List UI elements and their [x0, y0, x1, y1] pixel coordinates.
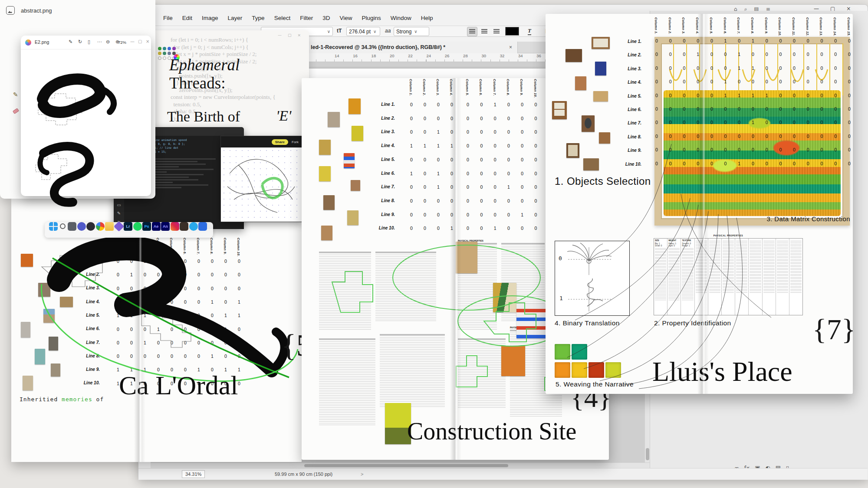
- anti-alias-icon: aa: [385, 28, 391, 34]
- taskbar-app-icon[interactable]: [171, 222, 179, 231]
- status-chevron-icon[interactable]: >: [361, 472, 363, 477]
- font-size-field[interactable]: 276.04 pt∨: [346, 27, 380, 36]
- close-icon[interactable]: ×: [298, 33, 301, 37]
- zoom-out-icon[interactable]: ⊖: [106, 39, 110, 45]
- taskbar-app-icon[interactable]: [113, 221, 124, 232]
- matrix-value: 0: [710, 79, 713, 84]
- minimize-icon[interactable]: —: [278, 33, 282, 37]
- menu-item[interactable]: Type: [247, 13, 269, 23]
- menu-item[interactable]: Select: [270, 13, 296, 23]
- taskbar-app-icon[interactable]: [96, 222, 105, 231]
- matrix-value: 0: [467, 171, 469, 176]
- matrix-value: 0: [655, 120, 658, 125]
- matrix-value: 0: [450, 129, 453, 134]
- micro-table: [375, 252, 436, 321]
- menu-item[interactable]: Window: [386, 13, 416, 23]
- eraser-icon[interactable]: [13, 108, 19, 114]
- line-label: Line 9.: [628, 148, 641, 153]
- matrix-value: 0: [450, 198, 453, 203]
- align-center-button[interactable]: [479, 27, 490, 36]
- menu-item[interactable]: Plugins: [357, 13, 385, 23]
- menu-item[interactable]: Edit: [178, 13, 197, 23]
- matrix-value: 0: [710, 134, 713, 139]
- line-label: Line 3.: [628, 66, 641, 71]
- taskbar-app-icon[interactable]: Lr: [124, 222, 132, 231]
- scrollbar-thumb[interactable]: [646, 448, 649, 460]
- align-left-button[interactable]: [467, 27, 477, 36]
- marquee-tool-icon[interactable]: ▭: [117, 203, 121, 207]
- menu-item[interactable]: 3D: [318, 13, 335, 23]
- matrix-value: 0: [766, 52, 768, 57]
- matrix-value: 0: [467, 143, 469, 148]
- pencil-icon[interactable]: ✎: [13, 91, 19, 98]
- scrollbar-thumb[interactable]: [304, 464, 508, 467]
- photo-thumbnail-frames: [552, 101, 567, 119]
- close-icon[interactable]: ×: [146, 39, 149, 44]
- taskbar-app-icon[interactable]: [86, 222, 95, 231]
- taskbar-app-icon[interactable]: [77, 222, 86, 231]
- matrix-value: 1: [437, 129, 440, 134]
- rotate-icon[interactable]: ↻: [78, 39, 82, 45]
- menu-item[interactable]: Image: [197, 13, 223, 23]
- delete-icon[interactable]: ▯: [88, 39, 90, 45]
- ephemeral-threads-page: for (let i = 0; i < numRows; i++) { for …: [151, 30, 309, 137]
- matrix-value: 0: [834, 66, 837, 71]
- matrix-value: 0: [410, 157, 413, 162]
- pen-tool-icon[interactable]: ✎: [117, 211, 121, 216]
- tab-close-icon[interactable]: ×: [509, 44, 512, 50]
- anti-alias-dropdown[interactable]: Strong∨: [394, 27, 429, 36]
- matrix-value: 0: [738, 134, 740, 139]
- more-icon[interactable]: ⋯: [97, 39, 102, 45]
- matrix-value: 0: [669, 134, 672, 139]
- scribble-curves: [221, 147, 302, 222]
- menu-item[interactable]: Filter: [295, 13, 318, 23]
- matrix-value: 0: [834, 79, 837, 84]
- taskbar-app-icon[interactable]: [49, 222, 58, 231]
- photo-thumbnail-postcard: [592, 37, 610, 49]
- photo-thumbnail-figures: [583, 158, 599, 170]
- align-right-button[interactable]: [491, 27, 502, 36]
- zoom-level-field[interactable]: 34.31%: [182, 470, 205, 478]
- taskbar-app-icon[interactable]: [198, 222, 207, 231]
- matrix-value: 0: [793, 52, 796, 57]
- taskbar-app-icon[interactable]: [180, 222, 188, 231]
- taskbar-app-icon[interactable]: [189, 222, 198, 231]
- matrix-value: 0: [494, 116, 496, 121]
- matrix-value: 0: [410, 129, 413, 134]
- yarn-swatch: [572, 362, 587, 378]
- taskbar-app-icon[interactable]: [105, 222, 114, 231]
- taskbar-app-icon[interactable]: An: [161, 222, 170, 231]
- edit-icon[interactable]: ✎: [69, 39, 72, 45]
- column-label: Column 2.: [422, 79, 426, 102]
- menu-item[interactable]: View: [335, 13, 357, 23]
- menu-item[interactable]: Layer: [223, 13, 247, 23]
- share-button[interactable]: Share: [272, 139, 288, 145]
- taskbar-app-icon[interactable]: Ps: [142, 222, 151, 231]
- menu-item[interactable]: Help: [416, 13, 438, 23]
- taskbar-app-icon[interactable]: Ae: [152, 222, 161, 231]
- matrix-value: 0: [467, 212, 469, 217]
- horizontal-scrollbar[interactable]: [151, 462, 650, 468]
- matrix-value: 0: [521, 198, 523, 203]
- column-label: Column 1.: [654, 17, 658, 40]
- line-label: Line 7.: [381, 184, 395, 189]
- text-color-swatch[interactable]: [505, 27, 519, 36]
- maximize-icon[interactable]: ▢: [138, 39, 142, 44]
- status-bar: 34.31% 59.99 cm x 90 cm (150 ppi) >: [138, 468, 868, 480]
- ruler-number: 30: [481, 53, 486, 58]
- taskbar-app-icon[interactable]: [60, 223, 66, 229]
- column-label: Column 1.: [409, 79, 413, 102]
- maximize-icon[interactable]: ▢: [288, 33, 292, 37]
- matrix-value: 0: [424, 226, 426, 231]
- matrix-value: 0: [834, 38, 837, 43]
- menu-item[interactable]: File: [158, 13, 178, 23]
- image-viewer-window: E2.png ✎↻▯⋯ ⊖⊕ 72% —▢×: [21, 36, 151, 196]
- fork-button[interactable]: Fork: [292, 140, 299, 144]
- matrix-value: 0: [738, 38, 740, 43]
- matrix-value: 0: [752, 134, 754, 139]
- matrix-value: 0: [848, 38, 851, 43]
- taskbar-app-icon[interactable]: [68, 222, 76, 231]
- taskbar-app-icon[interactable]: [133, 222, 142, 231]
- minimize-icon[interactable]: —: [130, 39, 135, 44]
- warp-text-icon[interactable]: T: [528, 27, 531, 35]
